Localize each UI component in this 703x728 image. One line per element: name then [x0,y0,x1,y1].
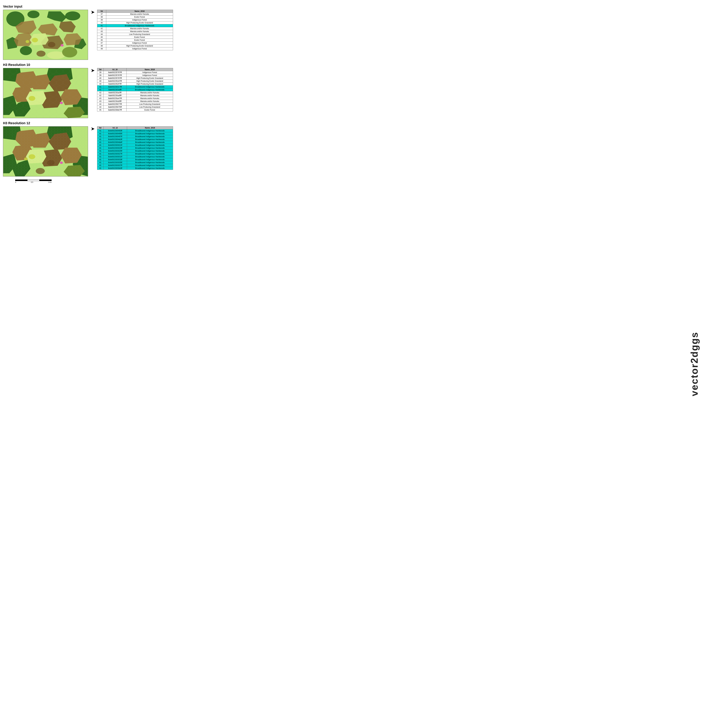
scale-bar-row: 0 0.5 1 km [15,179,173,183]
table-h3-10: fid h3_10 Name_2018 398abb50235787fffInd… [97,68,173,111]
map-h3-10 [3,68,88,118]
cell-fid: 45 [97,108,104,111]
cell-name: Indigenous Forest [127,74,173,77]
cell-fid: 41 [97,132,104,135]
cell-fid: 40 [97,80,104,82]
table-row: 418abb50230317fffBroadleaved Indigenous … [97,85,173,88]
cell-h3: 8cbb5023004b3ff [103,138,127,141]
table-row: 418cbb502303027ffBroadleaved Indigenous … [97,152,173,155]
page-wrapper: Vector input [3,4,173,183]
cell-fid: 41 [97,161,104,164]
table-row: 408abb502352f7fffHigh Producing Exotic G… [97,82,173,85]
cell-h3: 8abb50230a5ffff [103,100,127,103]
svg-point-19 [61,44,63,47]
section-h3-10: H3 Resolution 10 [3,63,173,118]
cell-name: Broadleaved Indigenous Hardwoods [127,158,173,161]
cell-h3: 8abb50235787fff [103,74,127,77]
cell-name: Broadleaved Indigenous Hardwoods [127,141,173,144]
cell-name: Low Producing Grassland [127,103,173,106]
section-title-h3-10: H3 Resolution 10 [3,63,173,67]
cell-h3: 8abb502352f7fff [103,82,127,85]
cell-fid: 41 [97,167,104,170]
cell-h3: 8cbb502303021ff [103,144,127,147]
cell-fid: 41 [97,88,104,91]
cell-name: Manuka and/or Kanuka [106,30,173,33]
cell-h3: 8abb50230317fff [103,85,127,88]
cell-h3: 8cbb5023030b3ff [103,167,127,170]
cell-fid: 41 [97,152,104,155]
cell-name: Manuka and/or Kanuka [106,13,173,16]
cell-name: Exotic Forest [106,36,173,39]
map-vector [3,10,88,60]
table-row: 43Manuka and/or Kanuka [97,30,173,33]
map-h3-12 [3,126,88,176]
cell-name: Indigenous Forest [106,19,173,22]
table-row: 408abb502352d7fffHigh Producing Exotic G… [97,80,173,82]
svg-point-21 [36,51,46,56]
table-row: 40High Producing Exotic Grassland [97,22,173,24]
cell-name: Indigenous Forest [127,71,173,74]
cell-h3: 8cbb502300495ff [103,132,127,135]
table-row: 418cbb5023004bbffBroadleaved Indigenous … [97,141,173,144]
section-h3-12: H3 Resolution 12 [3,121,173,176]
cell-h3: 8abb502303affff [103,88,127,91]
cell-name: Indigenous Forest [106,42,173,45]
cell-fid: 39 [97,74,104,77]
cell-fid: 40 [97,82,104,85]
table-row: 48High Producing Exotic Grassland [97,45,173,48]
cell-name: Manuka and/or Kanuka [127,100,173,103]
cell-fid: 44 [97,103,104,106]
table-row: 418cbb502303031ffBroadleaved Indigenous … [97,155,173,158]
arrow-icon-h3-10: ➤ [91,68,94,73]
cell-fid: 42 [97,27,106,30]
cell-fid: 41 [97,141,104,144]
svg-point-4 [65,12,80,20]
cell-fid: 41 [97,135,104,138]
cell-fid: 43 [97,97,104,100]
scale-seg-2 [27,179,39,181]
cell-fid: 44 [97,106,104,108]
cell-name: Broadleaved Indigenous Hardwoods [127,129,173,132]
cell-name: High Producing Exotic Grassland [106,22,173,24]
cell-fid: 49 [97,48,106,50]
col-header-name-h3-10: Name_2018 [127,68,173,71]
table-row: 37Manuka and/or Kanuka [97,13,173,16]
cell-fid: 45 [97,36,106,39]
cell-h3: 8abb50235675fff [103,106,127,108]
cell-name: High Producing Exotic Grassland [127,80,173,82]
cell-fid: 41 [97,129,104,132]
cell-name: Manuka and/or Kanuka [127,91,173,94]
table-row: 418cbb5023004b3ffBroadleaved Indigenous … [97,138,173,141]
cell-fid: 41 [97,155,104,158]
cell-name: Broadleaved Indigenous Hardwoods [127,135,173,138]
col-header-fid-h3-10: fid [97,68,104,71]
cell-fid: 43 [97,30,106,33]
svg-point-2 [27,11,40,18]
cell-h3: 8abb50235677fff [103,103,127,106]
cell-h3: 8cbb502300493ff [103,129,127,132]
cell-h3: 8cbb502303035ff [103,161,127,164]
cell-name: High Producing Exotic Grassland [127,82,173,85]
cell-h3: 8abb50230adffff [103,94,127,97]
cell-name: Manuka and/or Kanuka [127,94,173,97]
cell-name: Broadleaved Indigenous Hardwoods [127,167,173,170]
cell-fid: 38 [97,16,106,19]
section-vector-input: Vector input [3,4,173,60]
cell-h3: 8abb50230bb7fff [103,108,127,111]
table-row: 458abb50230bb7fffExotic Forest [97,108,173,111]
col-header-h3-h3-12: h3_12 [103,127,127,129]
table-row: 418abb502303affffBroadleaved Indigenous … [97,88,173,91]
table-vector: fid Name_2018 37Manuka and/or Kanuka38Ex… [97,10,173,50]
table-row: 38Exotic Forest [97,16,173,19]
row-h3-10: ➤ fid h3_10 Name_2018 398abb50235787fffI… [3,68,173,118]
svg-rect-60 [3,127,88,176]
table-row: 418cbb502300493ffBroadleaved Indigenous … [97,129,173,132]
cell-name: Indigenous Forest [106,48,173,50]
scale-bar-visual [15,179,52,181]
table-h3-12: fid h3_12 Name_2018 418cbb502300493ffBro… [97,126,173,170]
cell-name: Broadleaved Indigenous Hardwoods [127,147,173,150]
map-svg-vector [3,10,88,60]
cell-fid: 39 [97,19,106,22]
table-row: 418cbb502303025ffBroadleaved Indigenous … [97,150,173,152]
cell-fid: 48 [97,45,106,48]
